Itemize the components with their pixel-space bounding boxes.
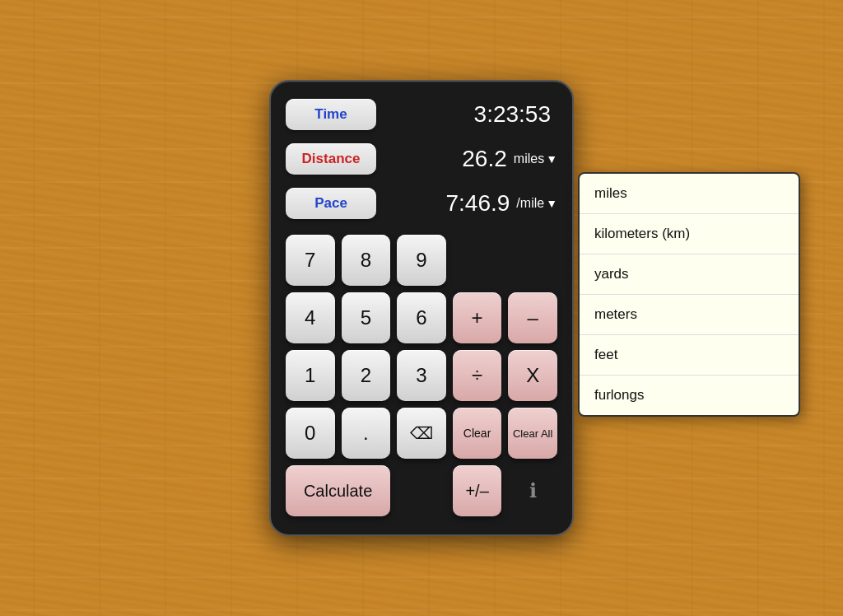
key-5[interactable]: 5 <box>342 292 391 343</box>
key-multiply[interactable]: X <box>508 350 557 401</box>
pace-button[interactable]: Pace <box>286 188 376 219</box>
time-button[interactable]: Time <box>286 99 376 130</box>
pace-dropdown-arrow[interactable]: ▼ <box>546 197 557 210</box>
key-2[interactable]: 2 <box>342 350 391 401</box>
key-9[interactable]: 9 <box>397 235 446 286</box>
pace-row: Pace 7:46.9 /mile ▼ <box>286 185 557 222</box>
key-clear[interactable]: Clear <box>453 408 502 459</box>
pace-unit: /mile <box>516 196 544 211</box>
unit-option-km[interactable]: kilometers (km) <box>580 214 799 254</box>
unit-option-yards[interactable]: yards <box>580 254 799 295</box>
backspace-icon: ⌫ <box>410 423 433 443</box>
time-row: Time 3:23:53 <box>286 96 557 133</box>
unit-option-feet[interactable]: feet <box>580 335 799 376</box>
distance-row: Distance 26.2 miles ▼ miles kilometers (… <box>286 141 557 177</box>
distance-unit-wrapper: miles ▼ <box>514 152 557 166</box>
bottom-row: Calculate +/– ℹ <box>286 465 557 516</box>
unit-option-meters[interactable]: meters <box>580 295 799 335</box>
unit-option-miles[interactable]: miles <box>580 174 799 214</box>
key-clear-all[interactable]: Clear All <box>508 408 557 459</box>
keypad: 7 8 9 4 5 6 + – 1 2 3 ÷ X 0 . ⌫ Clear Cl… <box>286 235 557 459</box>
distance-button[interactable]: Distance <box>286 143 376 175</box>
key-6[interactable]: 6 <box>397 292 446 343</box>
distance-unit: miles <box>514 152 544 166</box>
key-3[interactable]: 3 <box>397 350 446 401</box>
key-plusminus[interactable]: +/– <box>453 465 502 516</box>
pace-unit-wrapper: /mile ▼ <box>516 196 557 211</box>
info-button[interactable]: ℹ <box>508 465 557 516</box>
key-7[interactable]: 7 <box>286 235 335 286</box>
calculate-button[interactable]: Calculate <box>286 465 390 516</box>
calculator: Time 3:23:53 Distance 26.2 miles ▼ miles… <box>269 80 574 536</box>
key-divide[interactable]: ÷ <box>453 350 502 401</box>
time-value: 3:23:53 <box>376 101 557 128</box>
key-1[interactable]: 1 <box>286 350 335 401</box>
unit-option-furlongs[interactable]: furlongs <box>580 376 799 415</box>
distance-value: 26.2 <box>376 146 514 172</box>
key-plus[interactable]: + <box>453 292 502 343</box>
key-backspace[interactable]: ⌫ <box>397 408 446 459</box>
distance-dropdown-arrow[interactable]: ▼ <box>546 152 557 166</box>
pace-value: 7:46.9 <box>376 190 516 217</box>
key-minus[interactable]: – <box>508 292 557 343</box>
key-decimal[interactable]: . <box>342 408 391 459</box>
key-4[interactable]: 4 <box>286 292 335 343</box>
unit-dropdown: miles kilometers (km) yards meters feet … <box>578 172 800 417</box>
key-8[interactable]: 8 <box>342 235 391 286</box>
key-0[interactable]: 0 <box>286 408 335 459</box>
